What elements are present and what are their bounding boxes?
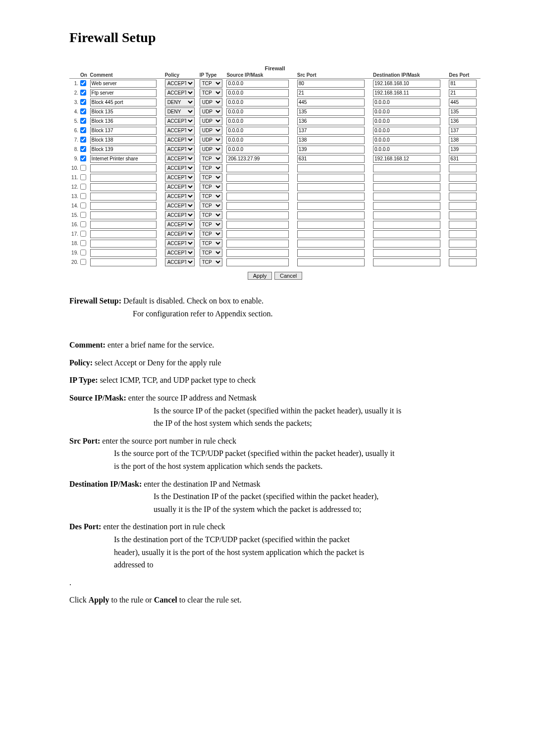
source-ip-input[interactable] (226, 202, 289, 210)
enable-checkbox[interactable] (80, 212, 86, 218)
destination-ip-input[interactable] (373, 80, 440, 88)
iptype-select[interactable]: UDP (200, 136, 222, 144)
source-ip-input[interactable] (226, 164, 289, 172)
policy-select[interactable]: ACCEPT (165, 192, 195, 201)
iptype-select[interactable]: TCP (200, 230, 222, 238)
destination-port-input[interactable] (449, 155, 477, 163)
destination-port-input[interactable] (449, 136, 477, 144)
comment-input[interactable] (90, 249, 157, 257)
policy-select[interactable]: ACCEPT (165, 202, 195, 210)
iptype-select[interactable]: TCP (200, 89, 222, 97)
destination-ip-input[interactable] (373, 230, 440, 238)
policy-select[interactable]: ACCEPT (165, 136, 195, 144)
enable-checkbox[interactable] (80, 184, 86, 190)
enable-checkbox[interactable] (80, 231, 86, 237)
destination-ip-input[interactable] (373, 89, 440, 97)
policy-select[interactable]: ACCEPT (165, 164, 195, 172)
policy-select[interactable]: DENY (165, 98, 195, 106)
source-ip-input[interactable] (226, 258, 289, 266)
destination-port-input[interactable] (449, 202, 477, 210)
source-ip-input[interactable] (226, 155, 289, 163)
source-ip-input[interactable] (226, 136, 289, 144)
destination-port-input[interactable] (449, 174, 477, 182)
enable-checkbox[interactable] (80, 221, 86, 227)
comment-input[interactable] (90, 174, 157, 182)
destination-port-input[interactable] (449, 108, 477, 116)
source-port-input[interactable] (297, 146, 365, 153)
policy-select[interactable]: DENY (165, 107, 195, 116)
comment-input[interactable] (90, 89, 157, 97)
policy-select[interactable]: ACCEPT (165, 249, 195, 257)
destination-ip-input[interactable] (373, 240, 440, 248)
iptype-select[interactable]: UDP (200, 98, 222, 106)
destination-ip-input[interactable] (373, 193, 440, 201)
comment-input[interactable] (90, 230, 157, 238)
enable-checkbox[interactable] (80, 193, 86, 199)
source-ip-input[interactable] (226, 89, 289, 97)
iptype-select[interactable]: TCP (200, 211, 222, 219)
comment-input[interactable] (90, 136, 157, 144)
comment-input[interactable] (90, 211, 157, 219)
iptype-select[interactable]: TCP (200, 183, 222, 191)
destination-ip-input[interactable] (373, 127, 440, 135)
policy-select[interactable]: ACCEPT (165, 89, 195, 97)
enable-checkbox[interactable] (80, 202, 86, 208)
destination-port-input[interactable] (449, 99, 477, 106)
comment-input[interactable] (90, 221, 157, 229)
enable-checkbox[interactable] (80, 250, 86, 255)
destination-port-input[interactable] (449, 146, 477, 153)
enable-checkbox[interactable] (80, 174, 86, 180)
source-port-input[interactable] (297, 183, 365, 191)
enable-checkbox[interactable] (80, 108, 86, 114)
source-ip-input[interactable] (226, 174, 289, 182)
apply-button[interactable]: Apply (248, 272, 272, 280)
destination-ip-input[interactable] (373, 155, 440, 163)
destination-ip-input[interactable] (373, 136, 440, 144)
source-ip-input[interactable] (226, 146, 289, 153)
source-port-input[interactable] (297, 99, 365, 106)
destination-port-input[interactable] (449, 221, 477, 229)
source-port-input[interactable] (297, 155, 365, 163)
policy-select[interactable]: ACCEPT (165, 239, 195, 248)
destination-port-input[interactable] (449, 240, 477, 248)
destination-ip-input[interactable] (373, 174, 440, 182)
enable-checkbox[interactable] (80, 165, 86, 171)
iptype-select[interactable]: UDP (200, 126, 222, 135)
destination-port-input[interactable] (449, 249, 477, 257)
policy-select[interactable]: ACCEPT (165, 211, 195, 219)
iptype-select[interactable]: UDP (200, 107, 222, 116)
destination-ip-input[interactable] (373, 117, 440, 125)
source-port-input[interactable] (297, 80, 365, 88)
policy-select[interactable]: ACCEPT (165, 220, 195, 229)
policy-select[interactable]: ACCEPT (165, 126, 195, 135)
destination-ip-input[interactable] (373, 221, 440, 229)
enable-checkbox[interactable] (80, 99, 86, 105)
source-port-input[interactable] (297, 240, 365, 248)
comment-input[interactable] (90, 164, 157, 172)
destination-ip-input[interactable] (373, 146, 440, 153)
source-port-input[interactable] (297, 211, 365, 219)
destination-port-input[interactable] (449, 127, 477, 135)
comment-input[interactable] (90, 146, 157, 153)
iptype-select[interactable]: TCP (200, 164, 222, 172)
policy-select[interactable]: ACCEPT (165, 183, 195, 191)
destination-port-input[interactable] (449, 193, 477, 201)
source-ip-input[interactable] (226, 240, 289, 248)
policy-select[interactable]: ACCEPT (165, 230, 195, 238)
source-port-input[interactable] (297, 249, 365, 257)
source-port-input[interactable] (297, 89, 365, 97)
policy-select[interactable]: ACCEPT (165, 173, 195, 182)
comment-input[interactable] (90, 80, 157, 88)
comment-input[interactable] (90, 202, 157, 210)
enable-checkbox[interactable] (80, 90, 86, 96)
policy-select[interactable]: ACCEPT (165, 145, 195, 153)
iptype-select[interactable]: TCP (200, 79, 222, 88)
destination-ip-input[interactable] (373, 183, 440, 191)
source-port-input[interactable] (297, 136, 365, 144)
source-port-input[interactable] (297, 202, 365, 210)
source-ip-input[interactable] (226, 183, 289, 191)
enable-checkbox[interactable] (80, 146, 86, 152)
source-ip-input[interactable] (226, 108, 289, 116)
source-port-input[interactable] (297, 108, 365, 116)
iptype-select[interactable]: TCP (200, 258, 222, 266)
